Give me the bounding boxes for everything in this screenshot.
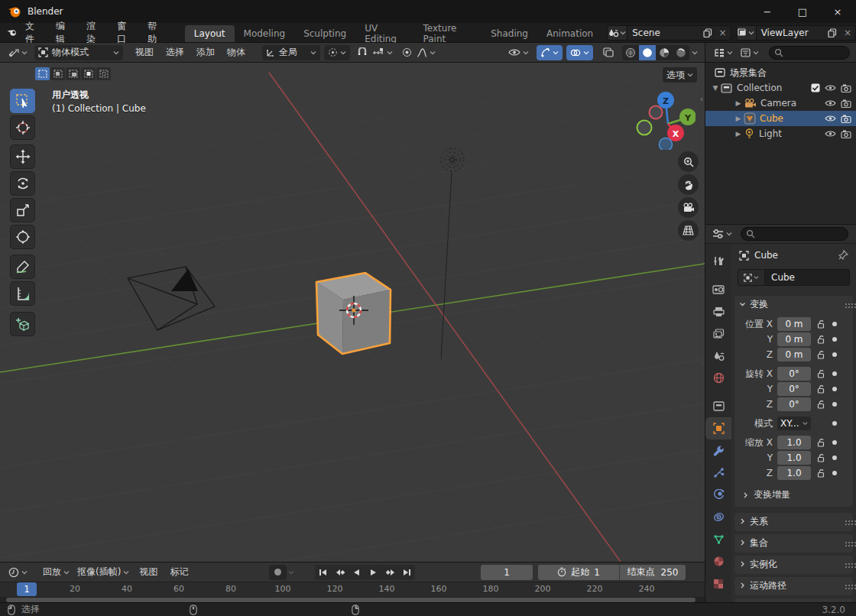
- outliner-row-scene-collection[interactable]: 场景集合: [705, 65, 856, 80]
- zoom-view-button[interactable]: [678, 151, 699, 172]
- timeline-markers-menu[interactable]: 标记: [164, 566, 194, 579]
- select-mode-subtract-button[interactable]: [66, 67, 80, 80]
- tool-rotate[interactable]: [10, 171, 35, 196]
- outliner-row-light[interactable]: ▶ Light: [705, 126, 856, 141]
- camera-view-button[interactable]: [678, 197, 699, 218]
- play-button[interactable]: [365, 565, 381, 580]
- minimize-button[interactable]: −: [750, 0, 785, 23]
- animate-dot[interactable]: [832, 322, 837, 326]
- current-frame-field[interactable]: 1: [481, 565, 533, 580]
- location-x-field[interactable]: 0 m: [777, 317, 811, 331]
- menu-help[interactable]: 帮助: [140, 23, 170, 43]
- drag-handle-icon[interactable]: [845, 542, 847, 543]
- scale-x-field[interactable]: 1.0: [777, 436, 811, 449]
- lock-icon[interactable]: [811, 453, 831, 462]
- animate-dot[interactable]: [832, 471, 837, 475]
- pan-view-button[interactable]: [678, 174, 699, 195]
- disable-render-icon[interactable]: [841, 99, 851, 108]
- animate-dot[interactable]: [832, 440, 837, 445]
- pivot-point-dropdown[interactable]: [324, 45, 350, 60]
- tab-render[interactable]: [705, 278, 731, 300]
- animate-dot[interactable]: [832, 387, 837, 391]
- next-keyframe-button[interactable]: [382, 565, 398, 580]
- drag-handle-icon[interactable]: [845, 303, 847, 305]
- mode-dropdown[interactable]: 物体模式: [34, 45, 123, 60]
- rotation-y-field[interactable]: 0°: [777, 382, 811, 396]
- scale-y-field[interactable]: 1.0: [777, 451, 811, 465]
- workspace-tab-uv-editing[interactable]: UV Editing: [355, 25, 413, 42]
- select-mode-invert-button[interactable]: [81, 67, 96, 80]
- view-layer-selector[interactable]: ViewLayer ×: [736, 25, 856, 41]
- disable-render-icon[interactable]: [841, 115, 851, 123]
- tab-object-data[interactable]: [705, 528, 731, 550]
- drag-handle-icon[interactable]: [845, 585, 847, 586]
- properties-editor-type-button[interactable]: [708, 226, 736, 242]
- jump-to-end-button[interactable]: [399, 565, 415, 580]
- shading-settings-dropdown[interactable]: [689, 45, 700, 60]
- menu-add[interactable]: 添加: [190, 46, 221, 59]
- menu-select[interactable]: 选择: [160, 46, 190, 59]
- animate-dot[interactable]: [832, 337, 837, 342]
- select-mode-extend-button[interactable]: [50, 67, 65, 80]
- tab-texture[interactable]: [705, 572, 731, 595]
- tab-particles[interactable]: [705, 462, 731, 484]
- viewport-options-dropdown[interactable]: 选项: [663, 67, 697, 83]
- scene-name[interactable]: Scene: [627, 28, 699, 38]
- tab-modifiers[interactable]: [705, 439, 731, 462]
- timeline-view-menu[interactable]: 视图: [133, 566, 164, 579]
- scene-selector[interactable]: Scene ×: [607, 25, 731, 41]
- shading-wireframe-button[interactable]: [622, 45, 639, 60]
- lock-icon[interactable]: [811, 350, 831, 359]
- lock-icon[interactable]: [811, 438, 831, 447]
- select-mode-intersect-button[interactable]: [96, 67, 111, 80]
- navigation-gizmo[interactable]: Z Y X: [634, 89, 696, 150]
- collapse-arrow-icon[interactable]: ▶: [734, 115, 742, 122]
- tab-tool[interactable]: [705, 250, 731, 272]
- workspace-tab-texture-paint[interactable]: Texture Paint: [414, 25, 482, 42]
- xray-toggle[interactable]: [599, 45, 618, 60]
- lock-icon[interactable]: [811, 319, 831, 329]
- id-type-dropdown[interactable]: [738, 269, 765, 286]
- tool-move[interactable]: [10, 144, 35, 169]
- new-scene-icon[interactable]: [700, 28, 715, 37]
- gizmos-toggle[interactable]: [537, 45, 563, 60]
- start-frame-field[interactable]: 起始 1: [538, 565, 619, 580]
- tool-measure[interactable]: [10, 281, 35, 306]
- lock-icon[interactable]: [811, 468, 831, 478]
- animate-dot[interactable]: [832, 371, 837, 376]
- snap-settings-dropdown[interactable]: [370, 45, 395, 60]
- tool-annotate[interactable]: [10, 255, 35, 279]
- instancing-panel[interactable]: 实例化: [734, 556, 853, 574]
- animate-dot[interactable]: [832, 456, 837, 460]
- tab-view-layer[interactable]: [705, 323, 731, 345]
- disable-render-icon[interactable]: [841, 130, 851, 138]
- relations-panel[interactable]: 关系: [734, 513, 853, 531]
- shading-solid-button[interactable]: [639, 45, 656, 60]
- tab-output[interactable]: [705, 300, 731, 323]
- workspace-tab-modeling[interactable]: Modeling: [235, 25, 295, 42]
- menu-edit[interactable]: 编辑: [48, 23, 79, 43]
- collapse-arrow-icon[interactable]: ▶: [734, 130, 742, 138]
- object-name-input[interactable]: Cube: [765, 269, 850, 286]
- tool-transform[interactable]: [10, 225, 35, 249]
- visibility-dropdown[interactable]: [504, 45, 533, 60]
- keying-menu[interactable]: 抠像(插帧): [73, 565, 133, 580]
- prev-keyframe-button[interactable]: [332, 565, 348, 580]
- lock-icon[interactable]: [811, 335, 831, 344]
- outliner-filter-button[interactable]: [737, 45, 763, 60]
- tab-world[interactable]: [705, 367, 731, 389]
- overlays-toggle[interactable]: [566, 45, 593, 60]
- auto-key-record-button[interactable]: [269, 565, 287, 580]
- animate-dot[interactable]: [832, 352, 837, 357]
- animate-dot[interactable]: [832, 402, 837, 407]
- close-button[interactable]: ×: [820, 0, 855, 23]
- workspace-tab-animation[interactable]: Animation: [537, 25, 602, 42]
- rotation-x-field[interactable]: 0°: [777, 367, 811, 381]
- view-layer-name[interactable]: ViewLayer: [757, 28, 825, 38]
- collections-panel[interactable]: 集合: [734, 534, 853, 553]
- rotation-z-field[interactable]: 0°: [777, 397, 811, 411]
- disable-render-icon[interactable]: [841, 84, 851, 92]
- properties-search-input[interactable]: [741, 227, 848, 241]
- outliner-row-collection[interactable]: ▼ Collection: [705, 80, 856, 96]
- rotation-mode-dropdown[interactable]: XY...: [777, 417, 811, 430]
